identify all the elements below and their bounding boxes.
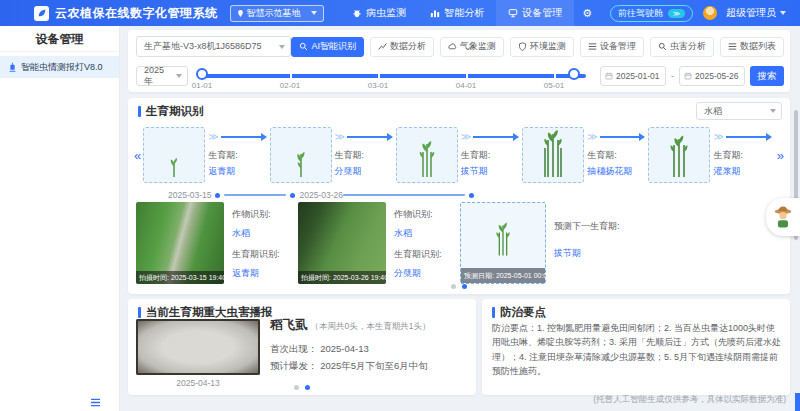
end-date-input[interactable]: 2025-05-26 bbox=[679, 66, 745, 86]
user-menu[interactable]: 超级管理员 bbox=[703, 6, 786, 20]
user-name: 超级管理员 bbox=[726, 6, 776, 20]
main-content: 生产基地-V3-x8机1J6586D75 AI智能识别 数据分析 气象监测 bbox=[120, 26, 800, 411]
lamp-device-icon bbox=[8, 62, 17, 72]
button-label: 虫害分析 bbox=[670, 40, 706, 53]
stage-image-card[interactable] bbox=[648, 127, 710, 183]
capture-photo[interactable]: 拍摄时间: 2025-03-26 19:40 bbox=[298, 202, 386, 284]
gear-icon[interactable]: ⚙ bbox=[574, 7, 600, 20]
double-chevron-icon: ≫ bbox=[461, 132, 471, 142]
crop-link[interactable]: 水稻 bbox=[232, 227, 290, 240]
list-icon bbox=[728, 42, 737, 51]
ai-recognition-button[interactable]: AI智能识别 bbox=[291, 37, 364, 57]
start-date-input[interactable]: 2025-01-01 bbox=[600, 66, 666, 86]
double-chevron-icon: ≫ bbox=[713, 132, 723, 142]
env-monitor-button[interactable]: 环境监测 bbox=[510, 37, 574, 57]
cockpit-toggle[interactable]: ≫ bbox=[668, 9, 685, 18]
carousel-prev-icon[interactable]: « bbox=[132, 148, 143, 163]
weather-monitor-button[interactable]: 气象监测 bbox=[440, 37, 504, 57]
plant-stage-image bbox=[166, 152, 182, 178]
chevron-down-icon bbox=[311, 11, 317, 15]
search-button[interactable]: 搜索 bbox=[750, 66, 784, 86]
stage-link[interactable]: 灌浆期 bbox=[713, 165, 771, 178]
sidebar-title: 设备管理 bbox=[0, 26, 119, 52]
slider-handle-start[interactable] bbox=[196, 68, 208, 80]
crop-link[interactable]: 水稻 bbox=[394, 227, 452, 240]
stage-rec-label: 生育期识别: bbox=[232, 248, 290, 261]
arrow-icon bbox=[347, 136, 388, 138]
pagination-dot-active[interactable] bbox=[462, 284, 467, 289]
slider-fill bbox=[202, 74, 586, 78]
stage-link[interactable]: 抽穗扬花期 bbox=[587, 165, 645, 178]
stage-link[interactable]: 分蘖期 bbox=[394, 267, 452, 280]
stage-link[interactable]: 返青期 bbox=[208, 165, 266, 178]
prediction-date-caption: 预测日期: 2025-05-01 00:00 bbox=[461, 268, 545, 283]
plant-stage-image bbox=[292, 146, 310, 178]
stage-image-card[interactable] bbox=[522, 127, 584, 183]
outbreak-value: 2025年5月下旬至6月中旬 bbox=[320, 360, 428, 371]
cockpit-button[interactable]: 前往驾驶舱 ≫ bbox=[610, 5, 693, 22]
cockpit-label: 前往驾驶舱 bbox=[618, 7, 663, 20]
stage-label: 生育期: bbox=[587, 149, 645, 162]
sidebar-collapse-icon[interactable] bbox=[90, 398, 101, 407]
year-select[interactable]: 2025年 bbox=[136, 66, 188, 86]
ai-disclaimer: (托普人工智能生成仅供参考，具体以实际数据为准) bbox=[593, 394, 786, 406]
crop-select[interactable]: 水稻 bbox=[696, 102, 782, 120]
growth-pagination bbox=[128, 284, 790, 289]
scrollbar-corner bbox=[795, 393, 800, 411]
prediction-card[interactable]: 预测日期: 2025-05-01 00:00 bbox=[460, 202, 546, 284]
data-analysis-button[interactable]: 数据分析 bbox=[370, 37, 434, 57]
magnifier-icon bbox=[658, 42, 667, 51]
stage-transition: ≫ 生育期: 抽穗扬花期 bbox=[584, 132, 648, 178]
slider-handle-end[interactable] bbox=[568, 68, 580, 80]
pagination-dot[interactable] bbox=[451, 284, 456, 289]
stage-transition: ≫ 生育期: 分蘖期 bbox=[332, 132, 396, 178]
pest-analysis-button[interactable]: 虫害分析 bbox=[650, 37, 714, 57]
nav-item-label: 智能分析 bbox=[444, 6, 484, 20]
stage-image-card[interactable] bbox=[396, 127, 458, 183]
pest-count-stats: （本周共0头，本生育期共1头） bbox=[311, 321, 431, 333]
prediction-label: 预测下一生育期: bbox=[554, 220, 684, 233]
cloud-icon bbox=[448, 42, 457, 51]
nav-item-analysis[interactable]: 智能分析 bbox=[418, 0, 496, 26]
tick-label: 04-01 bbox=[456, 81, 476, 90]
stage-link[interactable]: 分蘖期 bbox=[335, 165, 393, 178]
stage-link[interactable]: 拔节期 bbox=[461, 165, 519, 178]
top-navbar: 云农植保在线数字化管理系统 智慧示范基地 病虫监测 智能分析 设备管理 ⚙ 前往… bbox=[0, 0, 800, 26]
device-manage-button[interactable]: 设备管理 bbox=[580, 37, 644, 57]
prediction-info: 预测下一生育期: 拔节期 bbox=[554, 202, 684, 284]
nav-item-pest-monitor[interactable]: 病虫监测 bbox=[340, 0, 418, 26]
pagination-dot-active[interactable] bbox=[305, 385, 310, 390]
capture-timeline: 2025-03-15 2025-03-26 bbox=[168, 190, 478, 200]
stage-link[interactable]: 返青期 bbox=[232, 267, 290, 280]
date-range-slider[interactable]: 01-01 02-01 03-01 04-01 05-01 bbox=[196, 64, 592, 88]
sidebar-item-pest-lamp[interactable]: 智能虫情测报灯V8.0 bbox=[0, 56, 119, 78]
plant-stage-image bbox=[492, 218, 514, 258]
control-points-card: 防治要点 防治要点：1. 控制氮肥用量避免田间郁闭；2. 当百丛虫量达1000头… bbox=[482, 299, 790, 395]
carousel-next-icon[interactable]: » bbox=[775, 148, 786, 163]
crop-select-value: 水稻 bbox=[704, 105, 722, 118]
device-select[interactable]: 生产基地-V3-x8机1J6586D75 bbox=[136, 36, 291, 57]
pagination-dot[interactable] bbox=[294, 385, 299, 390]
nav-item-device[interactable]: 设备管理 bbox=[496, 0, 574, 26]
stage-transition: ≫ 生育期: 拔节期 bbox=[458, 132, 522, 178]
growth-section-title: 生育期识别 bbox=[138, 104, 204, 119]
stage-image-card[interactable] bbox=[143, 127, 205, 183]
capture-photo[interactable]: 拍摄时间: 2025-03-15 19:40 bbox=[136, 202, 224, 284]
data-list-button[interactable]: 数据列表 bbox=[720, 37, 784, 57]
pest-name: 稻飞虱 bbox=[270, 317, 308, 334]
crop-label: 作物识别: bbox=[232, 208, 290, 221]
prediction-stage-link[interactable]: 拔节期 bbox=[554, 247, 684, 260]
pest-trap-photo[interactable] bbox=[136, 319, 260, 375]
arrow-icon bbox=[600, 136, 641, 138]
chevron-down-icon bbox=[770, 109, 776, 113]
arrow-icon bbox=[726, 136, 767, 138]
range-separator: - bbox=[671, 71, 674, 81]
first-seen-label: 首次出现： bbox=[270, 343, 318, 354]
control-section-title: 防治要点 bbox=[492, 305, 546, 320]
stage-image-card[interactable] bbox=[270, 127, 332, 183]
nav-item-label: 设备管理 bbox=[522, 6, 562, 20]
plant-stage-image bbox=[415, 138, 439, 178]
tick-label: 02-01 bbox=[280, 81, 300, 90]
base-select[interactable]: 智慧示范基地 bbox=[230, 5, 324, 22]
assistant-widget[interactable] bbox=[766, 198, 800, 236]
